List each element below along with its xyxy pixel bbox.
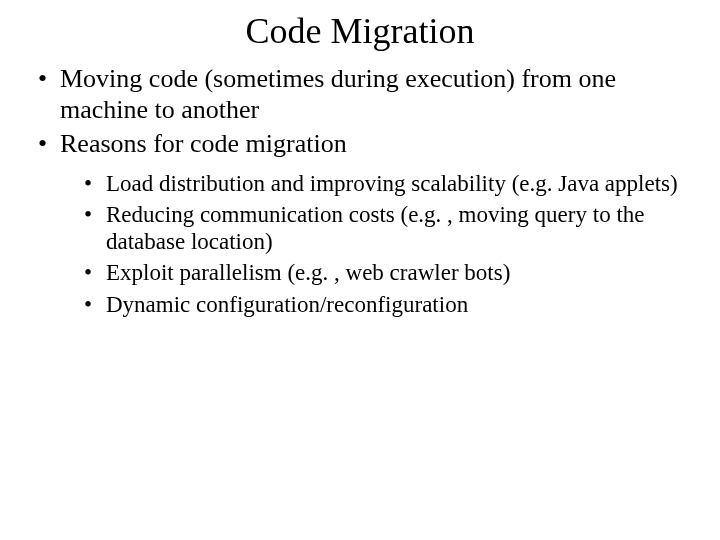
list-item: Reasons for code migration Load distribu… [38,129,700,317]
slide-title: Code Migration [20,10,700,52]
list-item-text: Reasons for code migration [60,129,347,158]
list-item: Load distribution and improving scalabil… [84,170,700,197]
list-item: Exploit parallelism (e.g. , web crawler … [84,259,700,286]
list-item: Moving code (sometimes during execution)… [38,64,700,125]
bullet-list-level1: Moving code (sometimes during execution)… [20,64,700,318]
list-item: Dynamic configuration/reconfiguration [84,291,700,318]
bullet-list-level2: Load distribution and improving scalabil… [60,170,700,318]
list-item: Reducing communication costs (e.g. , mov… [84,201,700,255]
